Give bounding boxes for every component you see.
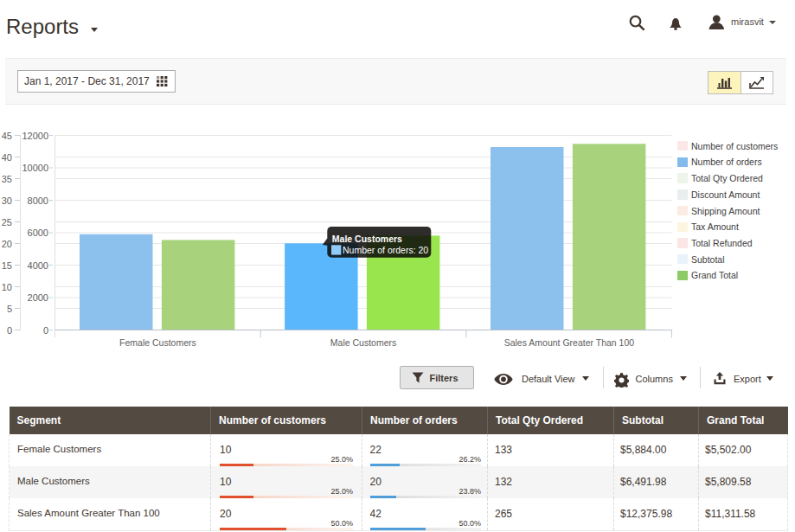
- svg-text:35: 35: [2, 174, 12, 184]
- svg-text:5: 5: [7, 304, 12, 314]
- svg-text:Female Customers: Female Customers: [119, 337, 196, 348]
- svg-text:Sales Amount Greater Than 100: Sales Amount Greater Than 100: [504, 337, 635, 348]
- svg-text:10: 10: [2, 282, 12, 292]
- svg-text:20: 20: [2, 239, 12, 249]
- svg-text:12000: 12000: [22, 131, 48, 141]
- svg-text:Male Customers: Male Customers: [332, 234, 402, 244]
- svg-text:8000: 8000: [28, 195, 48, 206]
- svg-text:0: 0: [43, 325, 48, 336]
- svg-text:Male Customers: Male Customers: [330, 337, 396, 348]
- svg-text:15: 15: [2, 260, 12, 271]
- svg-text:25: 25: [2, 217, 12, 228]
- svg-text:10000: 10000: [22, 163, 48, 173]
- svg-text:45: 45: [2, 131, 12, 141]
- svg-text:30: 30: [2, 195, 12, 206]
- svg-text:2000: 2000: [28, 292, 48, 303]
- svg-text:40: 40: [2, 152, 12, 163]
- svg-text:Number of orders: 20: Number of orders: 20: [343, 245, 428, 255]
- svg-text:4000: 4000: [28, 260, 48, 271]
- svg-text:6000: 6000: [28, 228, 48, 238]
- svg-text:0: 0: [7, 325, 12, 336]
